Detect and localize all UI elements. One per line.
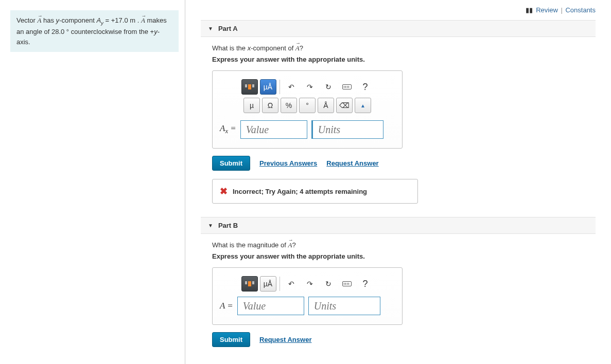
part-b-question: What is the magnitude of A? bbox=[212, 241, 584, 249]
degree-button[interactable]: ° bbox=[299, 98, 316, 113]
value-input-a[interactable] bbox=[240, 120, 307, 139]
separator bbox=[280, 80, 280, 94]
Ay-symbol: Ay bbox=[96, 16, 103, 24]
redo-button[interactable]: ↷ bbox=[302, 79, 318, 95]
submit-button-b[interactable]: Submit bbox=[212, 332, 250, 347]
units-button[interactable]: µÅ bbox=[260, 276, 276, 292]
text: What is the bbox=[212, 44, 248, 52]
units-button[interactable]: µÅ bbox=[260, 79, 276, 95]
keyboard-button[interactable] bbox=[339, 79, 355, 95]
submit-button-a[interactable]: Submit bbox=[212, 156, 250, 171]
angstrom-button[interactable]: Å bbox=[318, 98, 334, 113]
caret-down-icon: ▼ bbox=[208, 26, 213, 31]
text: component bbox=[61, 16, 96, 24]
keyboard-icon bbox=[342, 281, 352, 286]
vector-A: A bbox=[288, 241, 292, 249]
omega-button[interactable]: Ω bbox=[262, 98, 278, 113]
request-answer-link-b[interactable]: Request Answer bbox=[259, 336, 311, 343]
answer-box-b: µÅ ↶ ↷ ↻ ? A = bbox=[212, 267, 403, 325]
units-input-a[interactable] bbox=[311, 120, 383, 139]
answer-box-a: µÅ ↶ ↷ ↻ ? µ Ω % ° Å ⌫ ▲ bbox=[212, 70, 403, 149]
text: What is the magnitude of bbox=[212, 241, 288, 249]
reset-button[interactable]: ↻ bbox=[320, 79, 337, 95]
templates-button[interactable] bbox=[241, 79, 258, 95]
text: has bbox=[41, 16, 56, 24]
problem-statement: Vector A has y-component Ay = +17.0 m . … bbox=[10, 10, 179, 52]
keyboard-shift-button[interactable]: ▲ bbox=[355, 98, 371, 113]
vector-A: A bbox=[295, 44, 300, 52]
book-icon: ▮▮ bbox=[526, 6, 533, 14]
variable-label-ax: Ax = bbox=[220, 123, 236, 135]
undo-button[interactable]: ↶ bbox=[283, 276, 300, 292]
variable-label-a: A = bbox=[220, 301, 233, 311]
text: = +17.0 m . bbox=[103, 16, 141, 24]
help-button[interactable]: ? bbox=[357, 79, 374, 95]
vector-A: A bbox=[37, 16, 41, 24]
part-a-title: Part A bbox=[218, 25, 238, 32]
part-b-instruction: Express your answer with the appropriate… bbox=[212, 252, 584, 260]
redo-button[interactable]: ↷ bbox=[302, 276, 318, 292]
value-input-b[interactable] bbox=[237, 297, 304, 315]
review-link[interactable]: Review bbox=[536, 6, 558, 14]
text: Vector bbox=[16, 16, 37, 24]
keyboard-icon bbox=[342, 84, 352, 89]
constants-link[interactable]: Constants bbox=[565, 6, 596, 14]
feedback-box: ✖ Incorrect; Try Again; 4 attempts remai… bbox=[212, 179, 418, 204]
templates-button[interactable] bbox=[241, 276, 258, 292]
mu-button[interactable]: µ bbox=[243, 98, 260, 113]
reset-button[interactable]: ↻ bbox=[320, 276, 337, 292]
previous-answers-link[interactable]: Previous Answers bbox=[259, 159, 317, 167]
vector-A: A bbox=[141, 16, 145, 24]
units-input-b[interactable] bbox=[308, 297, 380, 315]
caret-down-icon: ▼ bbox=[208, 223, 213, 228]
part-a-question: What is the x-component of A? bbox=[212, 44, 584, 52]
incorrect-icon: ✖ bbox=[220, 186, 228, 197]
help-button[interactable]: ? bbox=[357, 276, 374, 292]
top-links: ▮▮ Review | Constants bbox=[201, 4, 596, 20]
text: the + bbox=[139, 28, 154, 35]
request-answer-link-a[interactable]: Request Answer bbox=[326, 159, 378, 167]
part-a-instruction: Express your answer with the appropriate… bbox=[212, 56, 584, 63]
separator bbox=[280, 277, 280, 291]
percent-button[interactable]: % bbox=[281, 98, 297, 113]
backspace-button[interactable]: ⌫ bbox=[336, 98, 353, 113]
separator: | bbox=[561, 6, 562, 14]
undo-button[interactable]: ↶ bbox=[283, 79, 300, 95]
text: -component of bbox=[251, 44, 295, 52]
keyboard-button[interactable] bbox=[339, 276, 355, 292]
feedback-text: Incorrect; Try Again; 4 attempts remaini… bbox=[233, 188, 367, 195]
part-b-header[interactable]: ▼ Part B bbox=[201, 217, 596, 234]
part-b-title: Part B bbox=[218, 222, 238, 229]
part-a-header[interactable]: ▼ Part A bbox=[201, 20, 596, 37]
